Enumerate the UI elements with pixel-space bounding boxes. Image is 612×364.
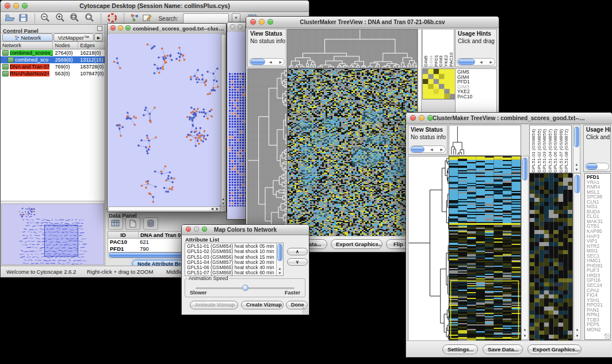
minimize-button[interactable] <box>419 115 424 121</box>
column-label[interactable]: YKE2 <box>443 29 449 67</box>
network1-canvas[interactable] <box>108 34 221 206</box>
network1-titlebar[interactable]: combined_scores_good.txt--cluste... <box>108 24 226 35</box>
zoom-selected-icon[interactable] <box>84 13 96 25</box>
column-header-id[interactable]: ID <box>108 232 139 238</box>
tv1-status-scrollbar[interactable]: ◀▶ <box>249 58 285 66</box>
tv2-zoom-heatmap <box>529 173 573 341</box>
column-label[interactable]: GPL51-01 (GSM854) <box>531 125 537 173</box>
network-table-header[interactable]: Network Nodes Edges <box>1 41 105 49</box>
column-label[interactable]: GPL51-04 (GSM857) <box>548 125 553 173</box>
network1-vscrollbar[interactable]: ▲▼ <box>221 34 225 206</box>
network-table-row[interactable]: RNAPuberNov2+ 563(0) 107847(0) <box>1 70 105 77</box>
map-colors-dialog: Map Colors to Network Attribute List GPL… <box>181 224 309 315</box>
resize-grip[interactable] <box>605 334 611 340</box>
tab-network[interactable]: Network <box>2 33 53 41</box>
save-icon[interactable] <box>18 13 29 25</box>
view-status-heading: View Status <box>248 29 286 37</box>
create-vizmap-button[interactable]: Create Vizmap <box>241 301 284 309</box>
close-button[interactable] <box>186 227 191 232</box>
close-button[interactable] <box>410 115 416 121</box>
minimize-button[interactable] <box>259 19 265 25</box>
search-input[interactable] <box>183 13 229 24</box>
close-button[interactable] <box>250 19 256 25</box>
tv2-column-tree-area <box>449 125 521 156</box>
column-label[interactable]: GPL51-06 (GSM865) <box>553 125 559 173</box>
tv2-column-dendrogram[interactable] <box>450 126 465 155</box>
resize-grip[interactable] <box>302 308 308 314</box>
tv1-column-dendrogram[interactable] <box>287 29 418 68</box>
tv2-genes-vscrollbar[interactable]: ▲▼ <box>573 173 581 340</box>
close-button[interactable] <box>230 24 235 29</box>
column-label[interactable]: GPL51-03 (GSM856) <box>542 125 548 173</box>
column-label[interactable]: GIM5 <box>423 29 429 67</box>
tv2-save-data-button[interactable]: Save Data... <box>483 344 523 354</box>
new-attribute-icon[interactable] <box>125 217 140 230</box>
network-icon <box>2 64 9 70</box>
tv2-hints-scrollbar[interactable] <box>585 163 609 170</box>
speed-slider[interactable] <box>196 288 294 289</box>
network-table-row[interactable]: combined_sco 2569(6) 13112(15) <box>1 56 105 63</box>
network-overview-panel[interactable] <box>1 204 104 265</box>
tv2-export-graphics-button[interactable]: Export Graphics... <box>527 344 582 354</box>
gene-label[interactable]: MON2 <box>587 327 610 332</box>
tab-overflow-arrow[interactable]: ▶ <box>94 33 103 41</box>
gene-label[interactable]: PAC10 <box>457 94 496 99</box>
open-file-icon[interactable] <box>4 13 16 25</box>
minimize-button[interactable] <box>118 25 123 30</box>
attribute-list-scrollbar[interactable]: ▲▼ <box>276 243 283 275</box>
move-up-button[interactable]: ∧ <box>287 248 308 255</box>
tv2-heatmap-vscrollbar[interactable]: ▲▼ <box>521 156 529 340</box>
window-controls <box>5 3 28 9</box>
tv2-labels-vscrollbar[interactable]: ▲▼ <box>573 125 580 173</box>
tv2-usage-hints-panel: Usage Hints Click and d <box>583 125 611 172</box>
zoom-button[interactable] <box>125 25 131 30</box>
tv2-row-dendrogram[interactable] <box>408 156 450 341</box>
usage-hints-heading: Usage Hints <box>584 125 610 133</box>
tab-vizmapper[interactable]: VizMapper™ <box>53 33 94 41</box>
zoom-button[interactable] <box>267 19 273 25</box>
slider-thumb[interactable] <box>242 285 248 291</box>
close-button[interactable] <box>110 25 116 30</box>
window-controls <box>110 25 131 30</box>
main-titlebar[interactable]: Cytoscape Desktop (Session Name: collins… <box>1 1 309 12</box>
tv2-status-scrollbar[interactable]: ◀▶ <box>410 145 446 153</box>
zoom-out-icon[interactable] <box>40 13 52 25</box>
tv1-heatmap[interactable] <box>287 68 418 236</box>
column-label[interactable]: GIM3 <box>438 29 443 67</box>
network-overview-canvas[interactable] <box>2 204 104 265</box>
tv2-settings-button[interactable]: Settings... <box>442 344 478 354</box>
network-table-row[interactable]: DNA and Tran 07 769(0) 183728(0) <box>1 63 105 70</box>
close-button[interactable] <box>5 3 10 9</box>
column-label[interactable]: GIM4 <box>429 29 434 67</box>
zoom-button[interactable] <box>202 227 207 232</box>
tv1-row-dendrogram[interactable] <box>247 68 288 236</box>
treeview1-titlebar[interactable]: ClusterMaker TreeView : DNA and Tran 07-… <box>246 17 499 28</box>
column-label[interactable]: GPL51-02 (GSM855) <box>537 125 542 173</box>
zoom-button[interactable] <box>22 3 28 9</box>
treeview2-titlebar[interactable]: ClusterMaker TreeView : combined_scores_… <box>406 113 612 124</box>
resize-grip[interactable] <box>219 205 225 211</box>
zoom-in-icon[interactable] <box>55 13 67 25</box>
tv1-hints-scrollbar[interactable]: ◀▶ <box>457 58 495 66</box>
minimize-button[interactable] <box>13 3 19 9</box>
float-panel-icon[interactable] <box>97 26 102 31</box>
column-label[interactable]: GPL51-07 (GSM868) <box>559 125 564 173</box>
faster-label: Faster <box>285 290 300 296</box>
column-label[interactable]: PAC10 <box>449 29 454 67</box>
view-status-heading: View Status <box>408 125 447 133</box>
minimize-button[interactable] <box>238 24 243 29</box>
network1-hscrollbar[interactable]: ◀ ▶ <box>108 206 221 211</box>
usage-hints-text: Click and d <box>584 133 610 140</box>
zoom-button[interactable] <box>427 115 433 121</box>
zoom-fit-icon[interactable] <box>69 13 81 25</box>
tv2-heatmap[interactable] <box>449 156 521 341</box>
animate-vizmap-button[interactable]: Animate Vizmap <box>190 301 238 309</box>
attribute-table-icon[interactable] <box>108 217 123 230</box>
dialog-titlebar[interactable]: Map Colors to Network <box>182 225 309 235</box>
tv1-usage-hints-panel: Usage Hints Click and drag tc ◀▶ <box>455 29 497 67</box>
tv1-export-graphics-button[interactable]: Export Graphics... <box>331 239 382 249</box>
network-table-row[interactable]: combined_scores_ 2764(0) 16218(0) <box>1 49 105 56</box>
column-label[interactable]: GPL51-08 (GSM872) <box>564 125 569 173</box>
move-down-button[interactable]: ∨ <box>287 258 308 266</box>
delete-attribute-icon[interactable] <box>143 217 158 230</box>
